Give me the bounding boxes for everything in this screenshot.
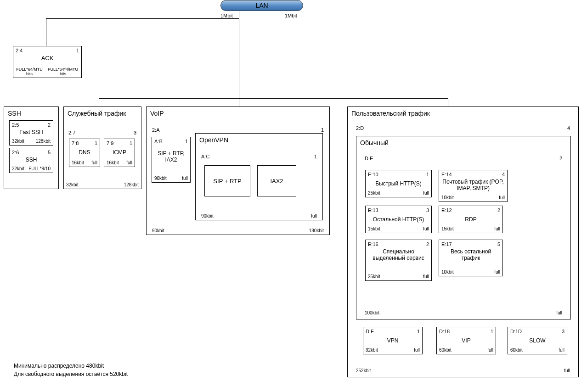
icmp-bl: 16kbit bbox=[107, 160, 119, 165]
sip-rtp-iax2-box: A:B 1 SIP + RTP, IAX2 90kbit full bbox=[152, 137, 191, 183]
slow-box: D:1D 3 SLOW 60kbit full bbox=[508, 327, 567, 354]
ack-box: 2:4 1 ACK FULL*64/MTU bits FULL*64*4/MTU… bbox=[13, 46, 82, 78]
footer-line2: Для свободного выделения остаётся 520kbi… bbox=[14, 371, 128, 377]
openvpn-title: OpenVPN bbox=[199, 136, 228, 144]
user-id: 2:D bbox=[356, 125, 364, 131]
mail-prio: 4 bbox=[502, 172, 505, 177]
icmp-prio: 1 bbox=[130, 140, 132, 146]
rest-http-box: E:13 3 Остальной HTTP(S) 15kbit full bbox=[365, 206, 432, 233]
rest-all-br: full bbox=[494, 269, 500, 274]
connector bbox=[99, 98, 448, 99]
ssh-prio: 5 bbox=[48, 150, 51, 155]
mail-bl: 10kbit bbox=[441, 195, 454, 200]
vip-box: D:18 1 VIP 60kbit full bbox=[436, 327, 496, 354]
vpn-id: D:F bbox=[366, 329, 374, 334]
special-id: E:16 bbox=[368, 241, 378, 247]
connector bbox=[239, 98, 239, 106]
slow-name: SLOW bbox=[511, 337, 564, 344]
slow-br: full bbox=[559, 347, 564, 353]
sip-rtp-iax2-prio: 1 bbox=[185, 139, 188, 144]
fast-ssh-bl: 32kbit bbox=[12, 139, 24, 144]
vpn-br: full bbox=[414, 347, 420, 353]
normal-prio: 2 bbox=[559, 156, 562, 161]
special-br: full bbox=[423, 274, 429, 279]
dns-name: DNS bbox=[72, 149, 97, 156]
rest-http-prio: 3 bbox=[426, 207, 429, 213]
slow-prio: 3 bbox=[562, 329, 564, 334]
connector bbox=[285, 11, 285, 98]
rdp-box: E:12 2 RDP 15kbit full bbox=[439, 206, 503, 233]
fast-ssh-br: 128kbit bbox=[36, 139, 51, 144]
lan-right-rate: 1Mbit bbox=[285, 13, 297, 18]
service-br: 128kbit bbox=[124, 182, 139, 187]
ack-id: 2:4 bbox=[16, 48, 23, 53]
fast-http-prio: 1 bbox=[426, 172, 429, 177]
ack-name: ACK bbox=[16, 55, 79, 62]
ack-bl: FULL*64/MTU bits bbox=[16, 67, 43, 76]
sip-rtp-name: SIP + RTP bbox=[208, 178, 247, 185]
voip-id: 2:A bbox=[152, 127, 160, 133]
connector bbox=[239, 11, 239, 98]
ssh-box: 2:6 5 SSH 32kbit FULL*9/10 bbox=[9, 148, 53, 173]
service-bl: 32kbit bbox=[66, 182, 79, 187]
rest-all-name: Весь остальной трафик bbox=[442, 248, 500, 262]
connector bbox=[99, 98, 99, 106]
dns-bl: 16kbit bbox=[72, 160, 84, 165]
ack-br: FULL*64*4/MTU bits bbox=[47, 67, 79, 76]
fast-http-id: E:10 bbox=[368, 172, 378, 177]
icmp-name: ICMP bbox=[107, 149, 132, 156]
mail-br: full bbox=[499, 195, 505, 200]
dns-id: 7:8 bbox=[72, 140, 79, 146]
connector bbox=[46, 18, 46, 46]
dns-br: full bbox=[91, 160, 97, 165]
fast-http-name: Быстрый HTTP(S) bbox=[368, 180, 429, 187]
rest-http-bl: 15kbit bbox=[368, 226, 380, 231]
dns-box: 7:8 1 DNS 16kbit full bbox=[69, 139, 100, 167]
icmp-br: full bbox=[126, 160, 132, 165]
openvpn-bl: 90kbit bbox=[201, 213, 214, 218]
lan-left-rate: 1Mbit bbox=[220, 13, 233, 18]
sip-rtp-box: SIP + RTP bbox=[204, 165, 250, 196]
vip-id: D:18 bbox=[439, 329, 450, 334]
ssh-bl: 32kbit bbox=[12, 166, 24, 171]
voip-br: 180kbit bbox=[309, 228, 324, 233]
rdp-name: RDP bbox=[442, 216, 500, 223]
openvpn-id: A:C bbox=[201, 154, 209, 159]
normal-title: Обычный bbox=[360, 139, 389, 146]
user-title: Пользовательский трафик bbox=[351, 110, 430, 117]
iax2-name: IAX2 bbox=[260, 178, 293, 185]
rest-all-bl: 10kbit bbox=[441, 269, 454, 274]
ssh-title: SSH bbox=[8, 110, 21, 117]
slow-id: D:1D bbox=[510, 329, 522, 334]
user-prio: 4 bbox=[567, 125, 570, 131]
mail-name: Почтовый трафик (POP, IMAP, SMTP) bbox=[442, 179, 504, 192]
fast-ssh-prio: 2 bbox=[48, 122, 51, 128]
mail-box: E:14 4 Почтовый трафик (POP, IMAP, SMTP)… bbox=[439, 170, 508, 202]
sip-rtp-iax2-id: A:B bbox=[154, 139, 163, 144]
user-br: full bbox=[564, 368, 570, 373]
normal-br: full bbox=[556, 310, 562, 315]
special-bl: 25kbit bbox=[368, 274, 380, 279]
normal-id: D:E bbox=[365, 156, 373, 161]
ack-prio: 1 bbox=[76, 48, 79, 53]
fast-ssh-box: 2:5 2 Fast SSH 32kbit 128kbit bbox=[9, 120, 53, 146]
sip-rtp-iax2-name: SIP + RTP, IAX2 bbox=[155, 150, 187, 163]
special-name: Специально выделенный сервис bbox=[368, 248, 429, 262]
voip-prio: 1 bbox=[321, 127, 324, 133]
lan-label: LAN bbox=[255, 2, 268, 9]
openvpn-br: full bbox=[311, 213, 317, 218]
vpn-box: D:F 1 VPN 32kbit full bbox=[363, 327, 423, 354]
service-id: 2:7 bbox=[68, 130, 75, 135]
voip-bl: 90kbit bbox=[152, 228, 164, 233]
fast-ssh-id: 2:5 bbox=[12, 122, 19, 128]
sip-rtp-iax2-bl: 90kbit bbox=[154, 176, 167, 181]
fast-http-box: E:10 1 Быстрый HTTP(S) 25kbit full bbox=[365, 170, 432, 197]
connector bbox=[448, 98, 448, 106]
vpn-prio: 1 bbox=[417, 329, 420, 334]
user-bl: 252kbit bbox=[356, 368, 371, 373]
service-title: Служебный трафик bbox=[68, 110, 132, 117]
voip-title: VoIP bbox=[150, 110, 164, 117]
icmp-box: 7:9 1 ICMP 16kbit full bbox=[104, 139, 135, 167]
vpn-name: VPN bbox=[366, 337, 419, 344]
mail-id: E:14 bbox=[441, 172, 452, 177]
